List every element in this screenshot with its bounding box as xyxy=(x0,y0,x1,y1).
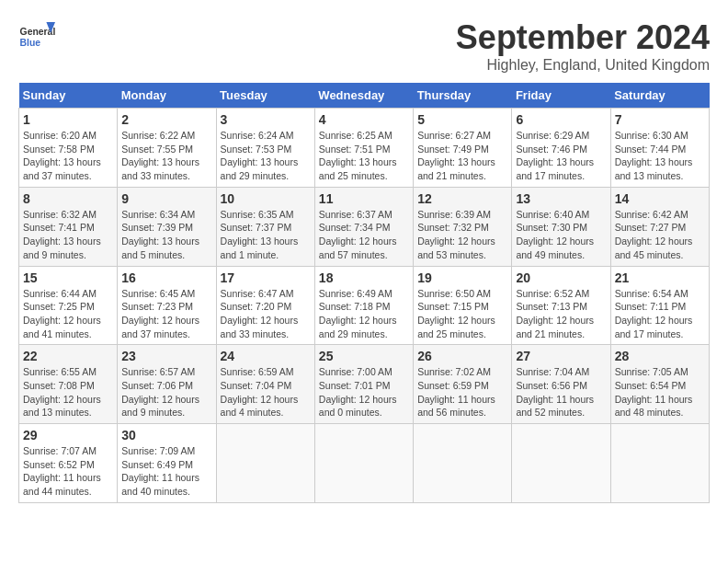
day-info: Sunrise: 6:22 AM Sunset: 7:55 PM Dayligh… xyxy=(121,129,211,183)
title-block: September 2024 Highley, England, United … xyxy=(456,18,710,74)
calendar-day-cell: 4Sunrise: 6:25 AM Sunset: 7:51 PM Daylig… xyxy=(314,109,413,188)
column-header-tuesday: Tuesday xyxy=(216,83,314,109)
calendar-day-cell: 27Sunrise: 7:04 AM Sunset: 6:56 PM Dayli… xyxy=(512,345,610,424)
calendar-day-cell: 2Sunrise: 6:22 AM Sunset: 7:55 PM Daylig… xyxy=(118,109,216,188)
day-info: Sunrise: 6:24 AM Sunset: 7:53 PM Dayligh… xyxy=(221,129,311,183)
column-header-thursday: Thursday xyxy=(414,83,512,109)
calendar-week-row: 15Sunrise: 6:44 AM Sunset: 7:25 PM Dayli… xyxy=(19,266,710,345)
month-title: September 2024 xyxy=(456,18,710,57)
day-number: 4 xyxy=(319,112,409,127)
day-info: Sunrise: 6:30 AM Sunset: 7:44 PM Dayligh… xyxy=(615,129,705,183)
empty-cell xyxy=(216,424,314,503)
calendar-day-cell: 22Sunrise: 6:55 AM Sunset: 7:08 PM Dayli… xyxy=(19,345,118,424)
day-info: Sunrise: 7:04 AM Sunset: 6:56 PM Dayligh… xyxy=(516,365,606,419)
calendar-day-cell: 21Sunrise: 6:54 AM Sunset: 7:11 PM Dayli… xyxy=(610,266,709,345)
calendar-day-cell: 24Sunrise: 6:59 AM Sunset: 7:04 PM Dayli… xyxy=(216,345,314,424)
calendar-day-cell: 12Sunrise: 6:39 AM Sunset: 7:32 PM Dayli… xyxy=(414,187,512,266)
day-info: Sunrise: 7:05 AM Sunset: 6:54 PM Dayligh… xyxy=(615,365,705,419)
day-number: 16 xyxy=(121,270,211,285)
day-info: Sunrise: 6:45 AM Sunset: 7:23 PM Dayligh… xyxy=(121,287,211,341)
day-info: Sunrise: 6:35 AM Sunset: 7:37 PM Dayligh… xyxy=(221,208,311,262)
day-info: Sunrise: 6:49 AM Sunset: 7:18 PM Dayligh… xyxy=(319,287,409,341)
calendar-table: SundayMondayTuesdayWednesdayThursdayFrid… xyxy=(18,83,710,503)
day-info: Sunrise: 6:42 AM Sunset: 7:27 PM Dayligh… xyxy=(615,208,705,262)
day-number: 3 xyxy=(221,112,311,127)
day-info: Sunrise: 6:55 AM Sunset: 7:08 PM Dayligh… xyxy=(23,365,113,419)
day-number: 6 xyxy=(516,112,606,127)
calendar-header-row: SundayMondayTuesdayWednesdayThursdayFrid… xyxy=(19,83,710,109)
day-info: Sunrise: 6:44 AM Sunset: 7:25 PM Dayligh… xyxy=(23,287,113,341)
day-info: Sunrise: 6:27 AM Sunset: 7:49 PM Dayligh… xyxy=(417,129,507,183)
day-number: 15 xyxy=(23,270,113,285)
day-number: 14 xyxy=(615,191,705,206)
calendar-day-cell: 7Sunrise: 6:30 AM Sunset: 7:44 PM Daylig… xyxy=(610,109,709,188)
day-info: Sunrise: 6:34 AM Sunset: 7:39 PM Dayligh… xyxy=(121,208,211,262)
calendar-day-cell: 17Sunrise: 6:47 AM Sunset: 7:20 PM Dayli… xyxy=(216,266,314,345)
day-number: 28 xyxy=(615,349,705,363)
day-number: 20 xyxy=(516,270,606,285)
calendar-day-cell: 10Sunrise: 6:35 AM Sunset: 7:37 PM Dayli… xyxy=(216,187,314,266)
day-info: Sunrise: 6:20 AM Sunset: 7:58 PM Dayligh… xyxy=(23,129,113,183)
column-header-saturday: Saturday xyxy=(610,83,709,109)
logo: General Blue xyxy=(18,18,55,55)
day-number: 1 xyxy=(23,112,113,127)
day-number: 24 xyxy=(221,349,311,363)
day-info: Sunrise: 6:25 AM Sunset: 7:51 PM Dayligh… xyxy=(319,129,409,183)
column-header-friday: Friday xyxy=(512,83,610,109)
svg-text:Blue: Blue xyxy=(20,38,41,48)
day-info: Sunrise: 6:59 AM Sunset: 7:04 PM Dayligh… xyxy=(221,365,311,419)
day-number: 11 xyxy=(319,191,409,206)
day-number: 21 xyxy=(615,270,705,285)
day-number: 13 xyxy=(516,191,606,206)
day-info: Sunrise: 7:09 AM Sunset: 6:49 PM Dayligh… xyxy=(121,444,211,499)
column-header-wednesday: Wednesday xyxy=(314,83,413,109)
calendar-day-cell: 5Sunrise: 6:27 AM Sunset: 7:49 PM Daylig… xyxy=(414,109,512,188)
empty-cell xyxy=(314,424,413,503)
day-info: Sunrise: 7:07 AM Sunset: 6:52 PM Dayligh… xyxy=(23,444,113,499)
day-number: 27 xyxy=(516,349,606,363)
day-number: 22 xyxy=(23,349,113,363)
calendar-week-row: 29Sunrise: 7:07 AM Sunset: 6:52 PM Dayli… xyxy=(19,424,710,503)
calendar-day-cell: 18Sunrise: 6:49 AM Sunset: 7:18 PM Dayli… xyxy=(314,266,413,345)
day-info: Sunrise: 6:54 AM Sunset: 7:11 PM Dayligh… xyxy=(615,287,705,341)
calendar-day-cell: 13Sunrise: 6:40 AM Sunset: 7:30 PM Dayli… xyxy=(512,187,610,266)
day-number: 10 xyxy=(221,191,311,206)
day-info: Sunrise: 6:39 AM Sunset: 7:32 PM Dayligh… xyxy=(417,208,507,262)
day-info: Sunrise: 6:50 AM Sunset: 7:15 PM Dayligh… xyxy=(417,287,507,341)
calendar-day-cell: 14Sunrise: 6:42 AM Sunset: 7:27 PM Dayli… xyxy=(610,187,709,266)
day-info: Sunrise: 6:57 AM Sunset: 7:06 PM Dayligh… xyxy=(121,365,211,419)
day-number: 30 xyxy=(121,428,211,442)
day-info: Sunrise: 6:32 AM Sunset: 7:41 PM Dayligh… xyxy=(23,208,113,262)
calendar-day-cell: 15Sunrise: 6:44 AM Sunset: 7:25 PM Dayli… xyxy=(19,266,118,345)
day-number: 19 xyxy=(417,270,507,285)
day-number: 23 xyxy=(121,349,211,363)
calendar-day-cell: 29Sunrise: 7:07 AM Sunset: 6:52 PM Dayli… xyxy=(19,424,118,503)
column-header-monday: Monday xyxy=(118,83,216,109)
calendar-day-cell: 26Sunrise: 7:02 AM Sunset: 6:59 PM Dayli… xyxy=(414,345,512,424)
calendar-day-cell: 30Sunrise: 7:09 AM Sunset: 6:49 PM Dayli… xyxy=(118,424,216,503)
calendar-day-cell: 20Sunrise: 6:52 AM Sunset: 7:13 PM Dayli… xyxy=(512,266,610,345)
calendar-day-cell: 25Sunrise: 7:00 AM Sunset: 7:01 PM Dayli… xyxy=(314,345,413,424)
column-header-sunday: Sunday xyxy=(19,83,118,109)
day-number: 18 xyxy=(319,270,409,285)
calendar-week-row: 8Sunrise: 6:32 AM Sunset: 7:41 PM Daylig… xyxy=(19,187,710,266)
day-number: 12 xyxy=(417,191,507,206)
general-blue-logo-icon: General Blue xyxy=(18,18,55,55)
day-number: 7 xyxy=(615,112,705,127)
day-number: 25 xyxy=(319,349,409,363)
calendar-day-cell: 8Sunrise: 6:32 AM Sunset: 7:41 PM Daylig… xyxy=(19,187,118,266)
day-number: 29 xyxy=(23,428,113,442)
day-number: 17 xyxy=(221,270,311,285)
calendar-day-cell: 16Sunrise: 6:45 AM Sunset: 7:23 PM Dayli… xyxy=(118,266,216,345)
calendar-week-row: 1Sunrise: 6:20 AM Sunset: 7:58 PM Daylig… xyxy=(19,109,710,188)
day-info: Sunrise: 7:02 AM Sunset: 6:59 PM Dayligh… xyxy=(417,365,507,419)
day-info: Sunrise: 6:40 AM Sunset: 7:30 PM Dayligh… xyxy=(516,208,606,262)
page-header: General Blue September 2024 Highley, Eng… xyxy=(18,18,710,74)
day-info: Sunrise: 7:00 AM Sunset: 7:01 PM Dayligh… xyxy=(319,365,409,419)
calendar-day-cell: 6Sunrise: 6:29 AM Sunset: 7:46 PM Daylig… xyxy=(512,109,610,188)
calendar-day-cell: 28Sunrise: 7:05 AM Sunset: 6:54 PM Dayli… xyxy=(610,345,709,424)
day-info: Sunrise: 6:37 AM Sunset: 7:34 PM Dayligh… xyxy=(319,208,409,262)
empty-cell xyxy=(414,424,512,503)
location: Highley, England, United Kingdom xyxy=(456,57,710,74)
empty-cell xyxy=(512,424,610,503)
